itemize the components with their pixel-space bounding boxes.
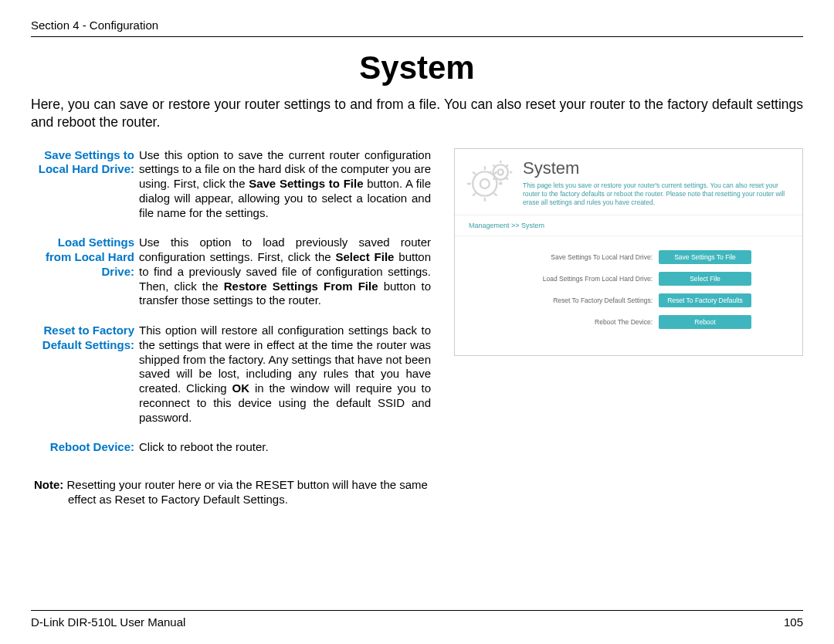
definitions: Save Settings to Local Hard Drive: Use t… [31,148,431,507]
def-desc: Click to reboot the router. [139,440,431,455]
panel-body: Save Settings To Local Hard Drive: Save … [455,236,802,355]
page-title: System [31,49,803,86]
panel-title: System [523,158,790,178]
def-desc: Use this option to load previously saved… [139,236,431,308]
panel-label: Reset To Factory Default Settings: [506,297,653,304]
def-desc: This option will restore all configurati… [139,324,431,425]
note-text: Resetting your router here or via the RE… [63,478,428,506]
panel-row-save: Save Settings To Local Hard Drive: Save … [455,250,802,264]
def-term: Reset to Factory Default Settings: [31,324,139,425]
save-settings-button[interactable]: Save Settings To File [659,250,751,264]
panel-row-reboot: Reboot The Device: Reboot [455,315,802,329]
panel-label: Save Settings To Local Hard Drive: [506,253,653,261]
t: Save Settings to File [249,177,363,190]
gear-icon [467,158,514,205]
panel-subtitle: This page lets you save or restore your … [523,181,790,207]
t: Select File [336,250,395,263]
panel-row-reset: Reset To Factory Default Settings: Reset… [455,293,802,307]
def-save: Save Settings to Local Hard Drive: Use t… [31,148,431,221]
def-reset: Reset to Factory Default Settings: This … [31,324,431,425]
footer-page-number: 105 [784,615,803,629]
t: OK [232,381,250,395]
panel-header: System This page lets you save or restor… [455,149,802,215]
note-label: Note: [34,478,63,491]
page-header: Section 4 - Configuration [31,19,803,37]
panel-label: Reboot The Device: [506,318,653,326]
breadcrumb: Management >> System [455,215,802,236]
def-load: Load Settings from Local Hard Drive: Use… [31,236,431,308]
panel-row-load: Load Settings From Local Hard Drive: Sel… [455,272,802,286]
def-term: Save Settings to Local Hard Drive: [31,148,139,221]
svg-point-1 [480,179,490,188]
footer-left: D-Link DIR-510L User Manual [31,615,185,629]
reboot-button[interactable]: Reboot [659,315,751,329]
intro-text: Here, you can save or restore your route… [31,96,803,131]
def-desc: Use this option to save the current rout… [139,148,431,221]
select-file-button[interactable]: Select File [659,272,751,286]
panel-label: Load Settings From Local Hard Drive: [506,275,653,283]
def-term: Load Settings from Local Hard Drive: [31,236,139,308]
note: Note: Resetting your router here or via … [31,478,431,507]
reset-defaults-button[interactable]: Reset To Factory Defaults [659,293,751,307]
router-screenshot: System This page lets you save or restor… [454,148,803,356]
t: Restore Settings From File [224,280,378,293]
svg-point-3 [498,169,503,175]
page-footer: D-Link DIR-510L User Manual 105 [31,610,803,629]
def-term: Reboot Device: [31,440,139,455]
def-reboot: Reboot Device: Click to reboot the route… [31,440,431,455]
